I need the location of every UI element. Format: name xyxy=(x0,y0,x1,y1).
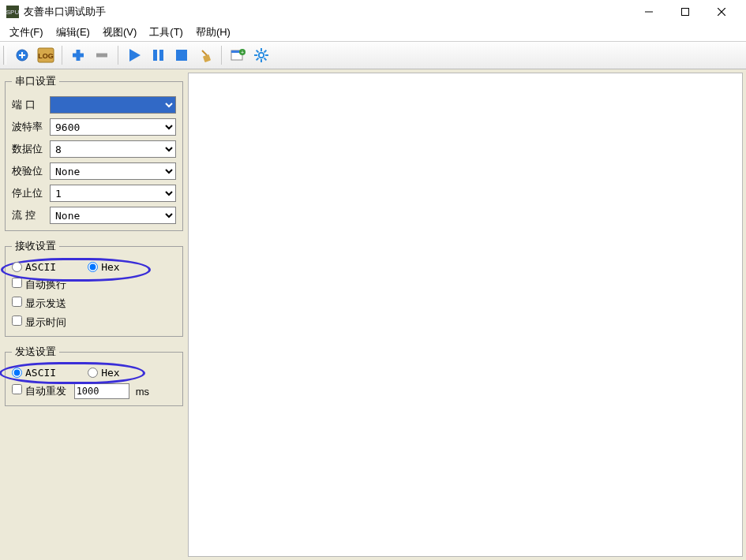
svg-rect-28 xyxy=(256,58,259,61)
auto-resend-checkbox[interactable]: 自动重发 xyxy=(12,384,66,398)
minus-button[interactable] xyxy=(91,44,113,66)
plus-button[interactable] xyxy=(67,44,89,66)
content-area: 串口设置 端 口 波特率 9600 数据位 8 校验位 None 停止位 1 xyxy=(0,69,746,560)
stop-button[interactable] xyxy=(171,44,193,66)
recv-legend: 接收设置 xyxy=(12,239,59,253)
svg-rect-25 xyxy=(254,54,257,56)
baud-label: 波特率 xyxy=(12,120,50,134)
interval-unit: ms xyxy=(136,386,149,398)
window-controls xyxy=(631,0,740,24)
auto-wrap-checkbox[interactable]: 自动换行 xyxy=(12,278,66,292)
svg-rect-29 xyxy=(256,50,259,53)
sidebar: 串口设置 端 口 波特率 9600 数据位 8 校验位 None 停止位 1 xyxy=(0,69,188,560)
maximize-button[interactable] xyxy=(667,0,703,24)
baud-select[interactable]: 9600 xyxy=(50,118,176,136)
toolbar-handle xyxy=(3,46,6,65)
menubar: 文件(F) 编辑(E) 视图(V) 工具(T) 帮助(H) xyxy=(0,24,746,41)
svg-rect-16 xyxy=(203,54,211,62)
parity-select[interactable]: None xyxy=(50,162,176,180)
flow-control-label: 流 控 xyxy=(12,208,50,222)
svg-text:+: + xyxy=(241,50,244,55)
connect-button[interactable] xyxy=(11,44,33,66)
svg-rect-26 xyxy=(265,54,268,56)
svg-point-22 xyxy=(259,53,264,58)
svg-rect-23 xyxy=(261,48,262,51)
svg-rect-1 xyxy=(682,9,689,16)
send-legend: 发送设置 xyxy=(12,345,59,359)
toolbar-separator xyxy=(221,46,222,65)
svg-text:LOG: LOG xyxy=(38,52,54,60)
settings-button[interactable] xyxy=(250,44,272,66)
toolbar: LOG + xyxy=(0,41,746,69)
log-button[interactable]: LOG xyxy=(35,44,57,66)
svg-rect-27 xyxy=(264,50,267,53)
send-ascii-radio[interactable]: ASCII xyxy=(12,367,56,379)
svg-rect-13 xyxy=(153,50,157,61)
minimize-button[interactable] xyxy=(631,0,667,24)
play-button[interactable] xyxy=(123,44,145,66)
show-time-checkbox[interactable]: 显示时间 xyxy=(12,315,66,330)
menu-edit[interactable]: 编辑(E) xyxy=(50,24,96,41)
menu-file[interactable]: 文件(F) xyxy=(3,24,50,41)
output-panel[interactable] xyxy=(188,73,743,557)
serial-settings-group: 串口设置 端 口 波特率 9600 数据位 8 校验位 None 停止位 1 xyxy=(5,74,183,231)
toolbar-separator xyxy=(62,46,62,65)
svg-rect-30 xyxy=(264,58,267,61)
clear-button[interactable] xyxy=(194,44,216,66)
menu-view[interactable]: 视图(V) xyxy=(96,24,143,41)
app-title: 友善串口调试助手 xyxy=(24,5,631,19)
send-hex-radio[interactable]: Hex xyxy=(88,367,119,379)
new-window-button[interactable]: + xyxy=(227,44,249,66)
data-bits-select[interactable]: 8 xyxy=(50,140,176,158)
svg-rect-15 xyxy=(176,50,187,61)
close-button[interactable] xyxy=(703,0,740,24)
stop-bits-select[interactable]: 1 xyxy=(50,185,176,202)
receive-settings-group: 接收设置 ASCII Hex 自动换行 显示发送 显示时间 xyxy=(5,239,183,337)
resend-interval-input[interactable] xyxy=(74,383,129,399)
port-select[interactable] xyxy=(50,96,176,114)
stop-bits-label: 停止位 xyxy=(12,186,50,200)
send-settings-group: 发送设置 ASCII Hex 自动重发 ms xyxy=(5,345,183,406)
svg-marker-12 xyxy=(129,49,141,62)
svg-rect-24 xyxy=(261,59,262,62)
toolbar-separator xyxy=(118,46,118,65)
flow-control-select[interactable]: None xyxy=(50,207,176,224)
port-label: 端 口 xyxy=(12,98,50,112)
parity-label: 校验位 xyxy=(12,164,50,178)
svg-rect-14 xyxy=(159,50,163,61)
recv-ascii-radio[interactable]: ASCII xyxy=(12,261,56,273)
menu-help[interactable]: 帮助(H) xyxy=(189,24,237,41)
app-icon: SPU xyxy=(6,6,19,18)
svg-line-17 xyxy=(202,50,207,55)
pause-button[interactable] xyxy=(147,44,169,66)
show-send-checkbox[interactable]: 显示发送 xyxy=(12,297,66,311)
menu-tools[interactable]: 工具(T) xyxy=(143,24,189,41)
serial-legend: 串口设置 xyxy=(12,74,59,88)
data-bits-label: 数据位 xyxy=(12,142,50,156)
titlebar: SPU 友善串口调试助手 xyxy=(0,0,746,24)
recv-hex-radio[interactable]: Hex xyxy=(88,261,119,273)
